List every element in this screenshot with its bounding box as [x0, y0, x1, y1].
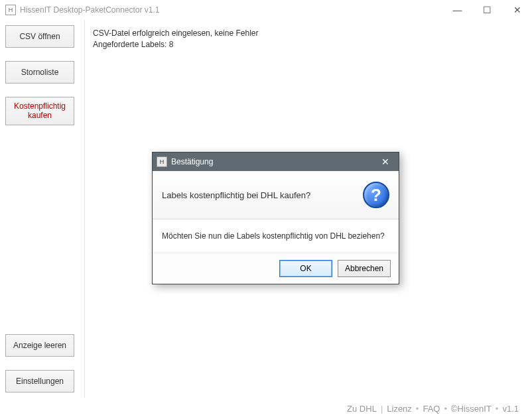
- status-line-2: Angeforderte Labels: 8: [93, 39, 524, 50]
- dialog-close-button[interactable]: ✕: [372, 152, 399, 171]
- dialog-title: Bestätigung: [171, 157, 213, 166]
- dialog-app-icon: H: [157, 156, 167, 167]
- sidebar: CSV öffnen Stornoliste Kostenpflichtig k…: [0, 20, 85, 398]
- clear-display-button[interactable]: Anzeige leeren: [5, 334, 74, 357]
- window-controls: — ☐ ✕: [442, 0, 532, 20]
- buy-button[interactable]: Kostenpflichtig kaufen: [5, 97, 74, 125]
- dialog-footer: OK Abbrechen: [153, 253, 399, 284]
- footer-link-dhl[interactable]: Zu DHL: [347, 404, 377, 414]
- footer-link-faq[interactable]: FAQ: [423, 404, 440, 414]
- app-icon: H: [5, 5, 16, 15]
- dialog-body: Möchten Sie nun die Labels kostenpflicht…: [153, 219, 399, 253]
- maximize-button[interactable]: ☐: [472, 0, 502, 20]
- cancel-button[interactable]: Abbrechen: [338, 260, 391, 277]
- status-line-1: CSV-Datei erfolgreich eingelesen, keine …: [93, 28, 524, 39]
- sidebar-spacer: [5, 139, 79, 334]
- footer-sep: |: [381, 404, 383, 414]
- footer-copyright[interactable]: ©HissenIT: [451, 404, 492, 414]
- window-title: HissenIT Desktop-PaketConnector v1.1: [20, 5, 160, 15]
- footer-version: v1.1: [502, 404, 519, 414]
- close-button[interactable]: ✕: [502, 0, 532, 20]
- confirm-dialog: H Bestätigung ✕ Labels kostenpflichtig b…: [152, 152, 399, 284]
- storno-button[interactable]: Stornoliste: [5, 61, 74, 84]
- footer-dot: •: [496, 404, 499, 414]
- dialog-titlebar[interactable]: H Bestätigung ✕: [153, 152, 399, 171]
- ok-button[interactable]: OK: [279, 260, 332, 277]
- footer-dot: •: [444, 404, 447, 414]
- footer-dot: •: [416, 404, 419, 414]
- dialog-question: Labels kostenpflichtig bei DHL kaufen?: [162, 190, 363, 200]
- dialog-header: Labels kostenpflichtig bei DHL kaufen? ?: [153, 171, 399, 219]
- titlebar: H HissenIT Desktop-PaketConnector v1.1 —…: [0, 0, 532, 20]
- minimize-button[interactable]: —: [442, 0, 472, 20]
- footer: Zu DHL | Lizenz • FAQ • ©HissenIT • v1.1: [0, 398, 532, 419]
- footer-link-lizenz[interactable]: Lizenz: [387, 404, 412, 414]
- csv-open-button[interactable]: CSV öffnen: [5, 25, 74, 48]
- question-icon: ?: [363, 182, 389, 208]
- settings-button[interactable]: Einstellungen: [5, 370, 74, 392]
